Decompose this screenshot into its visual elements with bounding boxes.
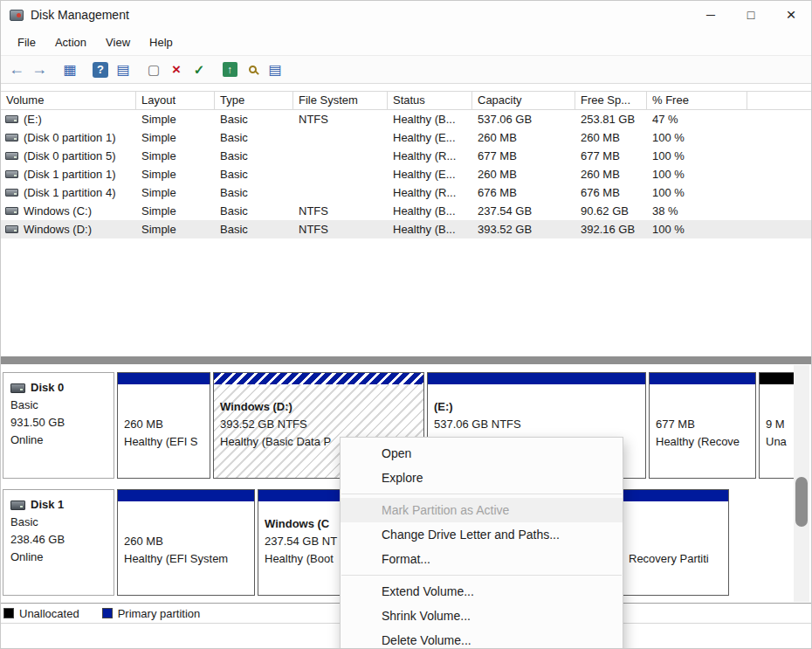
maximize-button[interactable]: □ [731,1,771,29]
close-button[interactable]: × [771,1,811,29]
menu-action[interactable]: Action [45,32,96,52]
partition-disk0-efi[interactable]: 260 MB Healthy (EFI S [117,372,210,479]
capacity-cell: 676 MB [472,186,575,199]
console-tree-icon[interactable]: ▦ [59,59,80,80]
volume-name: (E:) [24,113,42,126]
menu-view[interactable]: View [96,32,140,52]
volume-name: (Disk 0 partition 1) [24,131,115,144]
menu-file[interactable]: File [8,32,45,52]
primary-partition-swatch-icon [102,608,113,618]
partition-status: Healthy (EFI S [124,433,203,451]
partition-info: 677 MB Healthy (Recove [650,384,755,451]
back-icon[interactable]: ← [6,59,27,80]
pane-splitter[interactable] [1,356,811,364]
table-row[interactable]: Windows (C:) Simple Basic NTFS Healthy (… [1,202,811,220]
partition-info: Recovery Partiti [623,501,728,568]
disk-1-label[interactable]: Disk 1 Basic 238.46 GB Online [3,489,114,596]
check-document-icon[interactable]: ✓ [189,59,210,80]
file-system-cell: NTFS [293,223,388,236]
partition-title [766,398,788,416]
menu-item-shrink-volume[interactable]: Shrink Volume... [341,604,623,628]
table-row[interactable]: (E:) Simple Basic NTFS Healthy (B... 537… [1,110,811,128]
col-type[interactable]: Type [215,92,293,109]
legend-primary-partition: Primary partition [102,607,201,620]
free-space-cell: 676 MB [575,186,647,199]
partition-status: Healthy (Recove [656,433,749,451]
forward-icon[interactable]: → [29,59,50,80]
partition-status: Recovery Partiti [629,550,722,568]
menu-item-format[interactable]: Format... [341,547,623,571]
table-row-selected[interactable]: Windows (D:) Simple Basic NTFS Healthy (… [1,220,811,238]
table-row[interactable]: (Disk 1 partition 4) Simple Basic Health… [1,183,811,202]
table-row[interactable]: (Disk 0 partition 1) Simple Basic Health… [1,128,811,147]
field-chooser-icon[interactable]: ▤ [265,59,286,80]
file-system-cell: NTFS [293,113,388,126]
col-file-system[interactable]: File System [293,92,388,109]
free-space-cell: 392.16 GB [575,223,647,236]
col-free-space[interactable]: Free Sp... [575,92,647,109]
volume-name: (Disk 1 partition 1) [24,168,115,181]
col-pct-free[interactable]: % Free [647,92,747,109]
menu-separator [341,494,622,494]
type-cell: Basic [215,186,293,199]
disk-icon [10,383,25,393]
menu-item-change-drive-letter[interactable]: Change Drive Letter and Paths... [341,522,623,547]
type-cell: Basic [215,149,293,162]
menu-item-delete-volume[interactable]: Delete Volume... [341,628,623,649]
col-layout[interactable]: Layout [136,92,215,109]
capacity-cell: 537.06 GB [472,113,575,126]
status-cell: Healthy (E... [388,168,472,181]
layout-cell: Simple [136,131,215,144]
pct-free-cell: 47 % [647,113,747,126]
browse-search-icon[interactable] [242,59,263,80]
disk-0-label[interactable]: Disk 0 Basic 931.50 GB Online [3,372,114,479]
partition-title [656,398,749,416]
free-space-cell: 90.62 GB [575,204,647,217]
menubar: File Action View Help [1,29,811,55]
partition-title: (E:) [434,398,639,416]
volume-cell: Windows (D:) [1,223,136,236]
table-row[interactable]: (Disk 1 partition 1) Simple Basic Health… [1,165,811,183]
context-menu: Open Explore Mark Partition as Active Ch… [340,437,623,649]
disk-name: Disk 1 [31,496,64,514]
table-row[interactable]: (Disk 0 partition 5) Simple Basic Health… [1,147,811,165]
type-cell: Basic [215,204,293,217]
volume-list-header: Volume Layout Type File System Status Ca… [1,91,811,110]
minimize-button[interactable]: ─ [691,1,731,29]
command-window-icon[interactable]: ▢ [143,59,164,80]
disk-status: Online [10,549,108,566]
col-capacity[interactable]: Capacity [472,92,575,109]
menu-item-mark-partition-active: Mark Partition as Active [341,498,623,522]
partition-disk0-recovery[interactable]: 677 MB Healthy (Recove [649,372,756,479]
type-cell: Basic [215,131,293,144]
partition-disk0-unallocated[interactable]: 9 M Una [759,372,795,479]
vertical-scrollbar[interactable] [794,365,809,602]
menu-item-explore[interactable]: Explore [341,466,623,490]
partition-disk1-efi[interactable]: 260 MB Healthy (EFI System [117,489,255,596]
scrollbar-thumb[interactable] [795,477,808,527]
capacity-cell: 393.52 GB [472,223,575,236]
menu-help[interactable]: Help [140,32,182,52]
volume-icon [5,170,18,178]
volume-name: (Disk 0 partition 5) [24,149,115,162]
menu-item-extend-volume[interactable]: Extend Volume... [341,579,623,604]
disk-title: Disk 0 [10,379,108,397]
disk-name: Disk 0 [31,379,64,397]
delete-volume-icon[interactable]: × [166,59,187,80]
partition-size: 393.52 GB NTFS [220,416,417,433]
volume-icon [5,134,18,142]
pct-free-cell: 100 % [647,223,747,236]
menu-item-open[interactable]: Open [341,441,623,466]
col-status[interactable]: Status [388,92,472,109]
file-system-cell: NTFS [293,204,388,217]
col-volume[interactable]: Volume [1,92,136,109]
window-title: Disk Management [31,8,129,22]
mount-drive-icon[interactable]: ↑ [219,59,240,80]
partition-disk1-recovery[interactable]: Recovery Partiti [622,489,729,596]
volume-name: (Disk 1 partition 4) [24,186,115,199]
help-icon[interactable]: ? [90,59,111,80]
detail-view-icon[interactable]: ▤ [113,59,134,80]
layout-cell: Simple [136,204,215,217]
menu-separator [341,575,622,576]
disk-management-window: Disk Management ─ □ × File Action View H… [0,0,812,649]
